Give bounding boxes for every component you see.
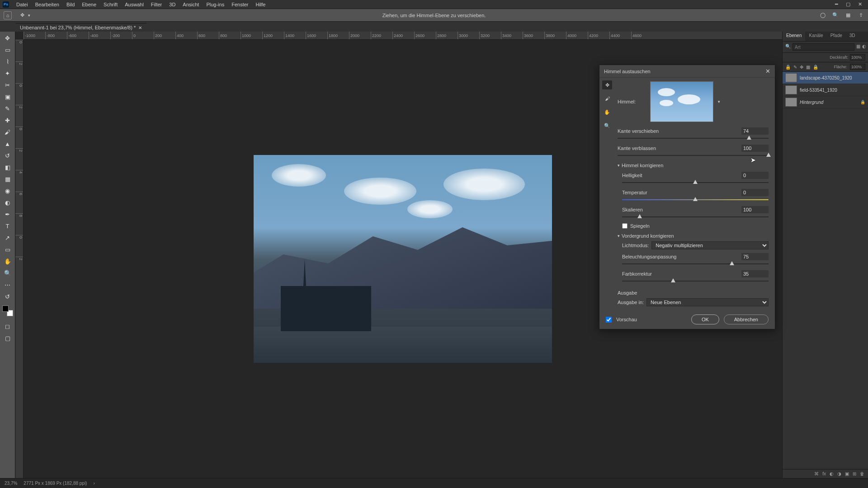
foreground-background-swatch[interactable] xyxy=(2,305,13,316)
chevron-down-icon[interactable]: ▾ xyxy=(718,99,720,104)
scale-input[interactable] xyxy=(741,206,769,213)
sky-zoom-tool-icon[interactable]: 🔍 xyxy=(602,121,612,130)
sky-move-tool-icon[interactable]: ✥ xyxy=(602,80,612,89)
edge-shift-slider[interactable] xyxy=(618,136,769,141)
menu-plug-ins[interactable]: Plug-ins xyxy=(203,1,228,8)
move-tool-icon[interactable]: ✥ xyxy=(18,11,26,19)
brightness-slider[interactable] xyxy=(622,180,769,185)
lasso-tool-icon[interactable]: ⌇ xyxy=(3,57,13,66)
marquee-tool-icon[interactable]: ▭ xyxy=(3,45,13,54)
temperature-input[interactable] xyxy=(741,189,769,196)
brush-tool-icon[interactable]: 🖌 xyxy=(3,127,13,136)
doc-info-readout[interactable]: 2771 Px x 1869 Px (182,88 ppi) xyxy=(24,481,87,486)
scale-slider[interactable] xyxy=(622,214,769,220)
crop-tool-icon[interactable]: ✂ xyxy=(3,80,13,89)
mask-icon[interactable]: ◐ xyxy=(830,471,834,476)
link-layers-icon[interactable]: ⌘ xyxy=(814,471,819,476)
menu-3d[interactable]: 3D xyxy=(165,1,179,8)
fx-icon[interactable]: fx xyxy=(822,471,826,476)
document-tab[interactable]: Unbenannt-1 bei 23,7% (Himmel, Ebenenmas… xyxy=(15,23,146,32)
search-icon[interactable]: 🔍 xyxy=(832,12,839,19)
menu-auswahl[interactable]: Auswahl xyxy=(121,1,147,8)
sky-brush-tool-icon[interactable]: 🖌 xyxy=(602,94,612,103)
sky-hand-tool-icon[interactable]: ✋ xyxy=(602,108,612,117)
menu-ebene[interactable]: Ebene xyxy=(78,1,100,8)
filter-adjust-icon[interactable]: ◐ xyxy=(862,44,866,50)
foreground-color-swatch[interactable] xyxy=(2,305,9,312)
menu-fenster[interactable]: Fenster xyxy=(228,1,252,8)
lock-all-icon[interactable]: 🔒 xyxy=(785,65,791,70)
opacity-input[interactable] xyxy=(850,54,865,61)
panel-tab-3d[interactable]: 3D xyxy=(846,32,859,41)
dialog-titlebar[interactable]: Himmel austauschen ✕ xyxy=(599,65,775,78)
wand-tool-icon[interactable]: ✦ xyxy=(3,69,13,78)
preview-checkbox[interactable] xyxy=(606,317,612,323)
heal-tool-icon[interactable]: ✚ xyxy=(3,116,13,125)
pen-tool-icon[interactable]: ✒ xyxy=(3,210,13,219)
blur-tool-icon[interactable]: ◉ xyxy=(3,186,13,195)
foreground-adjust-header[interactable]: ▾ Vordergrund korrigieren xyxy=(618,233,769,239)
temperature-slider[interactable] xyxy=(622,197,769,202)
menu-bild[interactable]: Bild xyxy=(63,1,78,8)
chevron-right-icon[interactable]: › xyxy=(93,481,94,486)
home-icon[interactable]: ⌂ xyxy=(4,11,12,19)
zoom-readout[interactable]: 23,7% xyxy=(5,481,17,486)
adjustment-icon[interactable]: ◑ xyxy=(837,471,841,476)
brightness-input[interactable] xyxy=(741,172,769,179)
close-window-icon[interactable]: ✕ xyxy=(857,1,863,7)
layer-row[interactable]: Hintergrund🔒 xyxy=(783,96,868,108)
trash-icon[interactable]: 🗑 xyxy=(860,471,864,476)
sky-adjust-header[interactable]: ▾ Himmel korrigieren xyxy=(618,163,769,168)
panel-tab-kanäle[interactable]: Kanäle xyxy=(805,32,826,41)
ok-button[interactable]: OK xyxy=(691,314,719,324)
path-tool-icon[interactable]: ↗ xyxy=(3,233,13,242)
move-tool-icon[interactable]: ✥ xyxy=(3,33,13,42)
lock-pos-icon[interactable]: ✥ xyxy=(800,65,803,70)
edge-shift-input[interactable] xyxy=(741,127,769,135)
color-correction-slider[interactable] xyxy=(622,278,769,284)
menu-hilfe[interactable]: Hilfe xyxy=(252,1,269,8)
menu-ansicht[interactable]: Ansicht xyxy=(179,1,203,8)
layer-filter-input[interactable] xyxy=(793,43,854,51)
panel-tab-pfade[interactable]: Pfade xyxy=(827,32,846,41)
flip-checkbox[interactable] xyxy=(622,223,627,229)
edit-toolbar-icon[interactable]: ↺ xyxy=(3,292,13,301)
lock-pixel-icon[interactable]: ✎ xyxy=(793,65,797,70)
edge-fade-slider[interactable] xyxy=(618,153,769,158)
filter-pixel-icon[interactable]: ▦ xyxy=(856,44,860,50)
zoom-tool-icon[interactable]: 🔍 xyxy=(3,268,13,277)
lighting-slider[interactable] xyxy=(622,261,769,267)
quickmask-icon[interactable]: ◻ xyxy=(3,322,13,331)
stamp-tool-icon[interactable]: ▲ xyxy=(3,139,13,148)
workspace-icon[interactable]: ▦ xyxy=(844,12,852,19)
color-correction-input[interactable] xyxy=(741,270,769,277)
eyedropper-tool-icon[interactable]: ✎ xyxy=(3,104,13,113)
screenmode-icon[interactable]: ▢ xyxy=(3,333,13,343)
history-brush-icon[interactable]: ↺ xyxy=(3,151,13,160)
maximize-icon[interactable]: ▢ xyxy=(845,1,851,7)
dropdown-caret-icon[interactable]: ▾ xyxy=(28,13,30,18)
new-layer-icon[interactable]: ⊞ xyxy=(853,471,856,476)
output-header[interactable]: Ausgabe xyxy=(618,290,769,296)
menu-schrift[interactable]: Schrift xyxy=(100,1,121,8)
layer-row[interactable]: field-533541_1920 xyxy=(783,84,868,96)
layer-row[interactable]: landscape-4370250_1920 xyxy=(783,72,868,84)
output-to-select[interactable]: Neue Ebenen xyxy=(646,298,769,306)
cancel-button[interactable]: Abbrechen xyxy=(724,314,769,324)
sky-preset-thumb[interactable] xyxy=(650,81,713,122)
type-tool-icon[interactable]: T xyxy=(3,221,13,230)
hand-tool-icon[interactable]: ✋ xyxy=(3,257,13,266)
fill-input[interactable] xyxy=(850,64,865,70)
close-icon[interactable]: ✕ xyxy=(765,68,770,75)
share-icon[interactable]: ⇪ xyxy=(857,12,864,19)
lock-full-icon[interactable]: 🔒 xyxy=(813,65,818,70)
close-tab-icon[interactable]: ✕ xyxy=(138,25,142,30)
eraser-tool-icon[interactable]: ◧ xyxy=(3,163,13,172)
menu-bearbeiten[interactable]: Bearbeiten xyxy=(32,1,63,8)
group-icon[interactable]: ▣ xyxy=(845,471,849,476)
lighting-input[interactable] xyxy=(741,253,769,260)
gradient-tool-icon[interactable]: ▦ xyxy=(3,174,13,183)
frame-tool-icon[interactable]: ▣ xyxy=(3,92,13,101)
edge-fade-input[interactable] xyxy=(741,145,769,152)
cloud-icon[interactable]: ◯ xyxy=(819,12,826,19)
